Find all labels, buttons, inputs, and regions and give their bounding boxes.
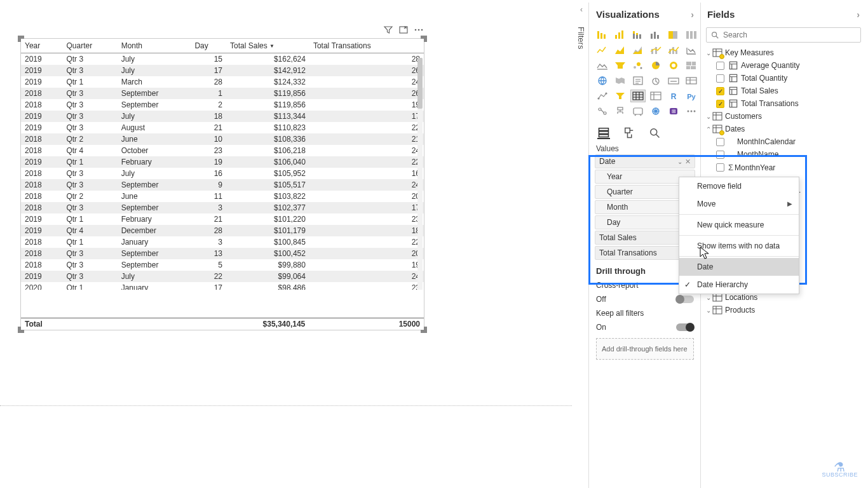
table-header-row[interactable]: Year Quarter Month Day Total Sales ▼ Tot…	[21, 39, 424, 53]
filters-pane-collapsed[interactable]: ‹ Filters	[574, 3, 589, 488]
donut-icon[interactable]	[666, 59, 681, 72]
arcgis-icon[interactable]	[648, 105, 663, 118]
more-options-icon[interactable]	[414, 25, 424, 35]
card-icon[interactable]	[666, 74, 681, 87]
ctx-show-no-data[interactable]: Show items with no data	[679, 237, 799, 255]
qa-visual-icon[interactable]	[630, 105, 646, 118]
stacked-bar-icon[interactable]	[595, 29, 610, 41]
field-item[interactable]: Σ MonthnYear	[705, 161, 862, 174]
hundred-stacked-column-icon[interactable]	[684, 29, 699, 41]
drill-through-slot[interactable]: Add drill-through fields here	[596, 338, 694, 360]
table-row[interactable]: 2018Qtr 1January3$100,84522	[21, 236, 424, 248]
shape-map-icon[interactable]	[630, 74, 646, 87]
checkbox[interactable]	[716, 74, 724, 83]
table-row[interactable]: 2019Qtr 1February21$101,22023	[21, 214, 424, 225]
filter-icon[interactable]	[383, 25, 393, 35]
chevron-left-icon[interactable]: ‹	[574, 3, 589, 14]
scatter-icon[interactable]	[630, 59, 646, 72]
table-dates[interactable]: ⌃ Dates	[705, 123, 862, 135]
fields-tab-icon[interactable]	[597, 126, 610, 139]
table-row[interactable]: 2019Qtr 3July15$162,62428	[21, 53, 424, 65]
table-row[interactable]: 2019Qtr 4December28$101,17918	[21, 225, 424, 236]
table-key-measures[interactable]: ⌄ Key Measures	[705, 46, 862, 59]
matrix-icon[interactable]	[648, 90, 663, 102]
checkbox[interactable]	[716, 138, 724, 146]
funnel-icon[interactable]	[613, 59, 628, 72]
table-row[interactable]: 2018Qtr 2June11$103,82220	[21, 191, 424, 202]
table-row[interactable]: 2018Qtr 3September3$102,37717	[21, 202, 424, 214]
well-date[interactable]: Date ⌄ ✕	[595, 154, 695, 168]
field-item[interactable]: MonthInCalendar	[705, 135, 862, 148]
field-item[interactable]: ✓ Total Transations	[705, 97, 862, 110]
checkbox[interactable]	[716, 62, 724, 70]
field-item[interactable]: Average Quantity	[705, 59, 862, 72]
ctx-date-hierarchy[interactable]: ✓ Date Hierarchy	[679, 276, 799, 294]
line-column-icon[interactable]	[648, 44, 663, 57]
table-scrollbar[interactable]	[417, 58, 423, 290]
table-row[interactable]: 2019Qtr 3July22$99,06424	[21, 271, 424, 282]
table-row[interactable]: 2018Qtr 2June10$108,33621	[21, 133, 424, 145]
table-row[interactable]: 2018Qtr 3September5$99,88019	[21, 259, 424, 271]
line-clustered-column-icon[interactable]	[666, 44, 681, 57]
field-item[interactable]: Total Quantity	[705, 72, 862, 85]
map-icon[interactable]	[595, 74, 610, 87]
field-item[interactable]: MonthName	[705, 148, 862, 161]
slicer-icon[interactable]	[613, 90, 628, 102]
ctx-new-quick-measure[interactable]: New quick measure	[679, 216, 799, 234]
filled-map-icon[interactable]	[613, 74, 628, 87]
table-row[interactable]: 2018Qtr 3July16$105,95216	[21, 168, 424, 179]
search-input[interactable]	[723, 30, 857, 39]
stacked-column-icon[interactable]	[613, 29, 628, 41]
ctx-remove-field[interactable]: Remove field	[679, 177, 799, 195]
field-item[interactable]: ✓ Total Sales	[705, 85, 862, 97]
clustered-bar-icon[interactable]	[630, 29, 646, 41]
col-total-transactions[interactable]: Total Transations	[309, 39, 424, 53]
remove-field-icon[interactable]: ✕	[685, 158, 691, 166]
fields-search[interactable]	[706, 27, 861, 43]
table-products[interactable]: ⌄ Products	[705, 304, 862, 316]
ctx-date[interactable]: Date	[679, 258, 799, 276]
table-row[interactable]: 2019Qtr 1March28$124,33224	[21, 76, 424, 88]
table-row[interactable]: 2019Qtr 1February19$106,04022	[21, 156, 424, 168]
chevron-right-icon[interactable]: ›	[691, 10, 694, 20]
pie-icon[interactable]	[648, 59, 663, 72]
table-row[interactable]: 2018Qtr 3September9$105,51724	[21, 179, 424, 191]
table-customers[interactable]: ⌄ Customers	[705, 110, 862, 123]
table-row[interactable]: 2018Qtr 3September13$100,45220	[21, 248, 424, 259]
table-row[interactable]: 2018Qtr 4October23$106,21824	[21, 145, 424, 156]
key-influencers-icon[interactable]	[595, 105, 610, 118]
col-month[interactable]: Month	[118, 39, 191, 53]
chevron-right-icon[interactable]: ›	[857, 10, 860, 20]
multi-row-card-icon[interactable]	[684, 74, 699, 87]
cross-report-toggle[interactable]	[676, 295, 694, 303]
ctx-move[interactable]: Move▶	[679, 195, 799, 213]
format-tab-icon[interactable]	[623, 126, 635, 139]
table-row[interactable]: 2018Qtr 3September2$119,85619	[21, 99, 424, 111]
table-icon[interactable]	[630, 90, 646, 102]
clustered-column-icon[interactable]	[648, 29, 663, 41]
table-row[interactable]: 2018Qtr 3September1$119,85626	[21, 88, 424, 99]
gauge-icon[interactable]	[648, 74, 663, 87]
r-visual-icon[interactable]: R	[666, 90, 681, 102]
focus-mode-icon[interactable]	[398, 25, 409, 35]
keep-filters-toggle[interactable]	[676, 323, 694, 331]
line-chart-icon[interactable]	[595, 44, 610, 57]
col-quarter[interactable]: Quarter	[62, 39, 117, 53]
table-row[interactable]: 2019Qtr 3August21$110,82322	[21, 122, 424, 133]
checkbox[interactable]: ✓	[716, 100, 724, 108]
ribbon-chart-icon[interactable]	[684, 44, 699, 57]
hundred-stacked-bar-icon[interactable]	[666, 29, 681, 41]
waterfall-icon[interactable]	[595, 59, 610, 72]
table-row[interactable]: 2020Qtr 1January17$98,48623	[21, 282, 424, 290]
get-more-visuals-icon[interactable]	[684, 105, 699, 118]
chevron-down-icon[interactable]: ⌄	[677, 158, 682, 165]
powerapps-icon[interactable]: ⊞	[666, 105, 681, 118]
table-visual[interactable]: Year Quarter Month Day Total Sales ▼ Tot…	[20, 38, 424, 330]
checkbox[interactable]	[716, 151, 724, 159]
col-day[interactable]: Day	[191, 39, 226, 53]
col-year[interactable]: Year	[21, 39, 62, 53]
table-row[interactable]: 2019Qtr 3July18$113,34417	[21, 111, 424, 122]
checkbox[interactable]	[716, 163, 724, 172]
decomposition-tree-icon[interactable]	[613, 105, 628, 118]
kpi-icon[interactable]	[595, 90, 610, 102]
